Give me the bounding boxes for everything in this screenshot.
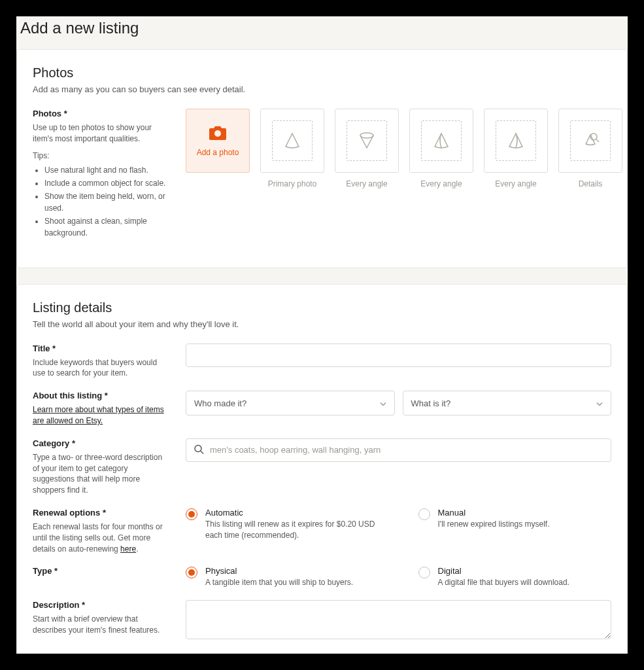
photo-slot-caption: Every angle	[495, 179, 536, 188]
photos-section-title: Photos	[33, 65, 611, 80]
renewal-field-help: Each renewal lasts for four months or un…	[33, 521, 170, 554]
photos-tip: Include a common object for scale.	[44, 177, 170, 189]
type-physical-option[interactable]: Physical A tangible item that you will s…	[186, 566, 379, 588]
type-digital-desc: A digital file that buyers will download…	[438, 577, 612, 588]
title-field-label: Title *	[33, 344, 170, 353]
photos-field-help: Use up to ten photos to show your item's…	[33, 122, 170, 145]
cone-right-icon	[505, 130, 527, 152]
renewal-auto-desc: This listing will renew as it expires fo…	[205, 519, 379, 541]
photos-tips-list: Use natural light and no flash. Include …	[33, 164, 170, 239]
about-learn-more-link[interactable]: Learn more about what types of items are…	[33, 405, 164, 425]
cone-icon	[281, 130, 303, 152]
chevron-down-icon	[380, 398, 386, 408]
description-field-help: Start with a brief overview that describ…	[33, 614, 170, 636]
photo-slot-angle[interactable]	[335, 109, 399, 173]
svg-point-4	[195, 445, 201, 451]
photos-section-subtitle: Add as many as you can so buyers can see…	[33, 84, 611, 94]
listing-details-card: Listing details Tell the world all about…	[16, 284, 628, 654]
cone-side-icon	[430, 130, 452, 152]
photos-tip: Show the item being held, worn, or used.	[44, 190, 170, 214]
renewal-manual-desc: I'll renew expired listings myself.	[438, 519, 612, 530]
renewal-manual-title: Manual	[438, 508, 612, 518]
category-field-label: Category *	[33, 438, 170, 448]
description-field-label: Description *	[33, 600, 170, 610]
type-physical-title: Physical	[205, 566, 379, 576]
renewal-here-link[interactable]: here	[120, 544, 136, 554]
who-made-select[interactable]: Who made it?	[186, 391, 395, 415]
photo-slot-caption: Every angle	[346, 179, 387, 188]
photo-slot-angle[interactable]	[409, 109, 473, 173]
photo-slot-caption: Primary photo	[268, 179, 317, 188]
svg-line-3	[596, 139, 599, 142]
renewal-auto-title: Automatic	[205, 508, 379, 518]
svg-line-5	[201, 451, 203, 453]
about-field-label: About this listing *	[33, 391, 170, 400]
page-title: Add a new listing	[16, 16, 628, 49]
svg-point-1	[360, 133, 373, 138]
svg-point-0	[214, 130, 221, 137]
photos-tips-label: Tips:	[33, 151, 170, 160]
type-digital-title: Digital	[438, 566, 612, 576]
add-photo-button[interactable]: Add a photo	[186, 109, 250, 173]
photos-tip: Shoot against a clean, simple background…	[44, 215, 170, 239]
type-field-label: Type *	[33, 566, 170, 576]
renewal-automatic-option[interactable]: Automatic This listing will renew as it …	[186, 508, 379, 541]
radio-icon	[186, 567, 197, 578]
photo-slot-details[interactable]	[558, 109, 622, 173]
radio-icon	[418, 567, 430, 578]
chevron-down-icon	[596, 398, 603, 408]
what-is-value: What is it?	[411, 398, 451, 408]
radio-icon	[418, 508, 430, 520]
photos-field-label: Photos *	[33, 109, 170, 118]
details-section-title: Listing details	[33, 300, 611, 315]
radio-icon	[186, 508, 197, 520]
renewal-manual-option[interactable]: Manual I'll renew expired listings mysel…	[418, 508, 612, 541]
description-input[interactable]	[186, 600, 611, 639]
photo-slot-angle[interactable]	[484, 109, 548, 173]
cone-top-icon	[356, 130, 378, 152]
who-made-value: Who made it?	[194, 398, 246, 408]
photos-card: Photos Add as many as you can so buyers …	[16, 49, 628, 268]
renewal-field-label: Renewal options *	[33, 508, 170, 518]
details-section-subtitle: Tell the world all about your item and w…	[33, 319, 611, 329]
camera-icon	[208, 124, 228, 141]
magnify-icon	[579, 130, 602, 152]
photo-slot-caption: Details	[579, 179, 603, 188]
title-input[interactable]	[186, 344, 611, 367]
add-photo-label: Add a photo	[197, 148, 239, 157]
photo-slot-primary[interactable]	[260, 109, 324, 173]
what-is-select[interactable]: What is it?	[403, 391, 612, 415]
photos-tip: Use natural light and no flash.	[44, 164, 170, 176]
category-input[interactable]	[186, 438, 611, 462]
title-field-help: Include keywords that buyers would use t…	[33, 357, 170, 379]
type-physical-desc: A tangible item that you will ship to bu…	[205, 577, 379, 588]
category-field-help: Type a two- or three-word description of…	[33, 452, 170, 496]
type-digital-option[interactable]: Digital A digital file that buyers will …	[418, 566, 612, 588]
search-icon	[194, 444, 204, 456]
photo-slot-caption: Every angle	[420, 179, 462, 188]
